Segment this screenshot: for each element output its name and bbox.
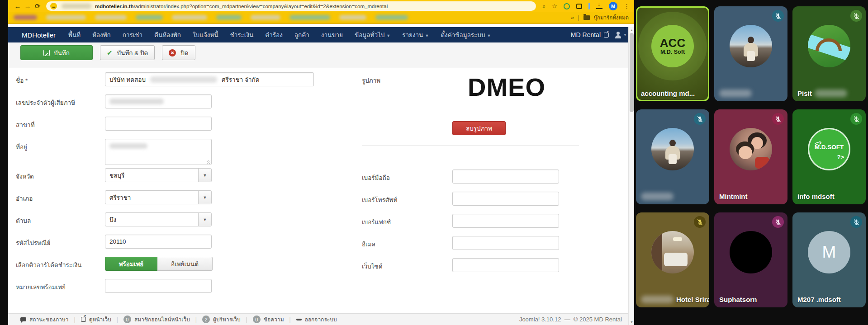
participant-tile-1[interactable]: ACCM.D. Softaccounting md... — [636, 6, 709, 101]
select-6[interactable]: บึง▼ — [105, 212, 212, 226]
participant-name-text: info mdsoft — [797, 193, 835, 200]
text-input[interactable]: 20110 — [105, 235, 212, 249]
bookmark-item-redacted[interactable] — [14, 15, 37, 20]
nav-item-5[interactable]: ใบแจ้งหนี้ — [193, 30, 218, 40]
muted-mic-icon — [850, 216, 862, 228]
participant-tile-9[interactable]: MM207 .mdsoft — [792, 212, 866, 307]
footer-item-3[interactable]: 0สมาชิกออนไลน์หน้าเว็บ — [123, 315, 190, 324]
footer-item-6[interactable]: ออกจากระบบ — [296, 315, 337, 324]
nav-item-1[interactable]: พื้นที่ — [68, 30, 81, 40]
nav-item-12[interactable]: ตั้งค่าข้อมูลระบบ▼ — [441, 30, 491, 40]
footer-item-label: ข้อความ — [264, 315, 284, 324]
field-label: สาขาที่ — [16, 117, 105, 131]
form-row-ตำบล: ตำบลบึง▼ — [16, 212, 332, 226]
nav-item-2[interactable]: ห้องพัก — [92, 30, 111, 40]
text-input[interactable] — [105, 94, 212, 108]
bookmark-item-redacted[interactable] — [172, 15, 207, 20]
text-input[interactable] — [452, 236, 559, 250]
chrome-menu-icon[interactable]: ⋮ — [624, 3, 630, 9]
site-settings-icon[interactable]: ⚌ — [50, 3, 57, 9]
bookmark-item-redacted[interactable] — [339, 15, 366, 20]
participant-tile-4[interactable] — [636, 109, 709, 204]
muted-mic-icon — [772, 216, 784, 228]
field-label: รหัสไปรษณีย์ — [16, 235, 105, 249]
address-bar[interactable]: ⚌ mdhoteller.in.th/administrator/index.p… — [46, 1, 536, 11]
nav-item-8[interactable]: ลูกค้า — [294, 30, 309, 40]
field-label: ตำบล — [16, 212, 105, 226]
nav-item-11[interactable]: รายงาน▼ — [402, 30, 429, 40]
text-input[interactable] — [452, 214, 559, 228]
bookmark-item-redacted[interactable] — [251, 15, 280, 20]
admin-navbar: MDHoteller พื้นที่ห้องพักการเช่าคืนห้องพ… — [8, 27, 634, 42]
participant-tile-7[interactable]: Hotel Srira... — [636, 212, 709, 307]
nav-item-10[interactable]: ข้อมูลทั่วไป▼ — [355, 30, 390, 40]
text-input[interactable] — [452, 258, 559, 272]
footer-item-1[interactable]: สถานะของภาษา — [20, 315, 69, 324]
select-5[interactable]: ศรีราชา▼ — [105, 190, 212, 204]
back-button[interactable]: ← — [13, 2, 23, 10]
bookmark-item-redacted[interactable] — [289, 15, 330, 20]
scroll-up-arrow[interactable]: ▲ — [629, 27, 635, 33]
participant-tile-2[interactable] — [714, 6, 787, 101]
scroll-down-arrow[interactable]: ▼ — [629, 319, 635, 325]
footer-item-2[interactable]: ดูหน้าเว็บ — [81, 315, 111, 324]
toggle-option-1[interactable]: พร้อมเพย์ — [105, 257, 157, 271]
bookmark-item-redacted[interactable] — [136, 15, 163, 20]
nav-item-7[interactable]: คำร้อง — [265, 30, 283, 40]
participant-name — [641, 193, 674, 200]
muted-mic-icon — [694, 216, 706, 228]
name-input[interactable]: บริษัท ทดสอบศรีราชา จำกัด — [105, 72, 314, 86]
nav-item-4[interactable]: คืนห้องพัก — [154, 30, 181, 40]
bookmark-item-redacted[interactable] — [46, 15, 86, 20]
text-input[interactable] — [452, 170, 559, 184]
zoom-icon[interactable]: ⌕ — [542, 3, 545, 9]
user-menu[interactable]: ▼ — [615, 32, 627, 38]
site-preview-link[interactable]: MD Rental — [571, 31, 609, 38]
forward-button[interactable]: → — [23, 2, 33, 10]
save-close-button[interactable]: ✔ บันทึก & ปิด — [100, 45, 155, 60]
bookmark-star-icon[interactable]: ☆ — [552, 3, 557, 9]
extension-icon[interactable] — [564, 3, 570, 9]
scrollbar-thumb[interactable] — [630, 33, 634, 112]
refresh-button[interactable]: ⟳ — [33, 2, 43, 10]
footer-item-4[interactable]: 2ผู้บริหารเว็บ — [202, 315, 241, 324]
text-input[interactable] — [452, 192, 559, 206]
bookmarks-overflow-chevron[interactable]: » — [571, 14, 574, 21]
redacted-name — [641, 296, 674, 303]
brand-mdhoteller[interactable]: MDHoteller — [22, 31, 56, 39]
save-button[interactable]: บันทึก — [20, 45, 93, 60]
footer-item-5[interactable]: 0ข้อความ — [253, 315, 284, 324]
form-row-ชื่อ: ชื่อ *บริษัท ทดสอบศรีราชา จำกัด — [16, 72, 332, 86]
select-4[interactable]: ชลบุรี▼ — [105, 168, 212, 182]
participant-tile-3[interactable]: Pisit — [792, 6, 866, 101]
all-bookmarks-button[interactable]: บุ๊กมาร์กทั้งหมด — [594, 14, 629, 22]
participant-tile-8[interactable]: Suphatsorn — [714, 212, 787, 307]
form-row-เลือกคิวอาร์โค้ดชำระเงิน: เลือกคิวอาร์โค้ดชำระเงินพร้อมเพย์อีเพย์เ… — [16, 257, 332, 271]
field-label: เลขประจำตัวผู้เสียภาษี — [16, 94, 105, 108]
page-scrollbar[interactable]: ▲ ▼ — [628, 27, 634, 325]
text-input[interactable] — [105, 279, 212, 293]
field-label: อีเมล — [362, 236, 452, 250]
form-row-สาขาที่: สาขาที่ — [16, 117, 332, 131]
bookmark-item-redacted[interactable] — [95, 15, 127, 20]
bookmark-item-redacted[interactable] — [375, 15, 408, 20]
side-panel-icon[interactable] — [576, 4, 582, 9]
toggle-option-2[interactable]: อีเพย์เมนต์ — [157, 257, 213, 271]
speech-bubble-icon — [20, 317, 26, 321]
bookmark-item-redacted[interactable] — [216, 15, 242, 20]
downloads-icon[interactable] — [596, 3, 602, 9]
delete-image-button[interactable]: ลบรูปภาพ — [452, 121, 506, 135]
participant-tile-5[interactable]: Mintmint — [714, 109, 787, 204]
bookmarks-divider: | — [578, 14, 579, 21]
close-button[interactable]: ✖ ปิด — [162, 45, 195, 60]
nav-item-3[interactable]: การเช่า — [123, 30, 142, 40]
participant-name: Pisit — [797, 89, 847, 97]
profile-avatar[interactable]: M — [609, 2, 617, 10]
address-textarea[interactable] — [105, 139, 212, 165]
nav-item-6[interactable]: ชำระเงิน — [230, 30, 254, 40]
user-icon — [615, 32, 621, 38]
participant-tile-6[interactable]: <?M.D.SOFT?>info mdsoft — [792, 109, 866, 204]
url-text: mdhoteller.in.th/administrator/index.php… — [95, 4, 388, 9]
text-input[interactable] — [105, 117, 212, 131]
nav-item-9[interactable]: งานขาย — [321, 30, 343, 40]
